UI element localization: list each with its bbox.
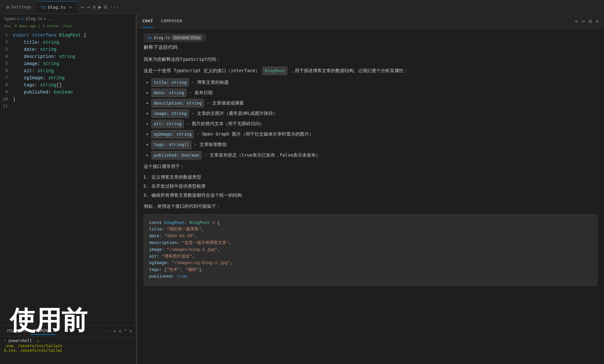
prop-alt-badge: alt: string [151,120,184,128]
tab-blog-ts-label: blog.ts [48,5,66,10]
tab-settings[interactable]: ⚙ Settings [3,1,35,13]
go-forward-icon[interactable]: → [87,4,90,10]
example-intro: 例如，使用这个接口的代码可能如下： [144,203,598,210]
breadcrumb-types[interactable]: types [4,17,16,21]
breadcrumb-ts-icon: ts [20,17,25,21]
prop-title: title: string - 博客文章的标题 [151,78,598,87]
code-line-7: 7 ogImage: string [0,74,136,82]
new-terminal-icon[interactable]: ··· [103,328,111,334]
history-icon[interactable]: ↩ [582,18,585,24]
split-view-icon[interactable]: ⊡ [104,4,107,10]
code-line-6: 6 alt: string [0,67,136,74]
file-context-badge: ts blog.ts Current File [144,34,205,42]
chat-content[interactable]: ts blog.ts Current File 解释下这段代码 我来为您解释这段… [137,28,604,364]
run-icon[interactable]: ▶ [98,4,102,10]
code-example-line-6: alt: "博客图片描述", [149,253,592,260]
code-line-10: 10 } [0,96,136,103]
breadcrumb-sep2: > [44,17,46,21]
expand-icon[interactable]: ⊡ [589,18,592,24]
prop-title-badge: title: string [151,78,189,87]
code-example-line-1: const blogPost: BlogPost = { [149,220,592,226]
tab-blog-ts[interactable]: ts blog.ts ✕ [37,1,77,13]
terminal-line-1: .vue, /assets/css/tailwin [4,344,132,348]
code-example-line-8: tags: ["技术", "编程"], [149,267,592,273]
prop-image: image: string - 文章的主图片（通常是URL或图片路径） [151,109,598,118]
response-description: 这是一个使用 TypeScript 定义的接口（interface） BlogP… [144,67,598,75]
file-badge-label: Current File [172,35,202,40]
prop-tags-desc: - 文章标签数组 [194,142,227,147]
tab-composer-label: COMPOSER [161,18,182,23]
prop-alt-desc: - 图片的替代文本（用于无障碍访问） [187,121,265,126]
prop-date-desc: - 发布日期 [189,90,213,95]
git-blame: You, 4 days ago | 1 author (You) [0,23,136,30]
expand-terminal-icon[interactable]: ^ [124,328,126,334]
close-terminal-icon[interactable]: ✕ [129,328,132,334]
tab-close-button[interactable]: ✕ [68,4,73,10]
prop-tags-badge: tags: string[] [151,140,192,149]
prop-ogimage-desc: - Open Graph 图片（用于社交媒体分享时显示的图片） [197,131,314,137]
code-line-8: 8 tags: string[] [0,82,136,89]
prop-date: date: string - 发布日期 [151,89,598,97]
code-line-4: 4 description: string [0,53,136,60]
code-line-9: 9 published: boolean [0,89,136,96]
new-chat-icon[interactable]: + [575,18,578,24]
collapse-terminal-icon[interactable]: ∨ [119,328,121,334]
breadcrumb-sep1: > [17,17,19,21]
tab-settings-label: Settings [11,5,31,9]
code-example-line-4: description: "这是一篇示例博客文章", [149,240,592,247]
response-desc-text: 这是一个使用 TypeScript 定义的接口（interface） [144,68,260,73]
ai-response: 我来为您解释这段TypeScript代码： 这是一个使用 TypeScript … [144,56,598,286]
breadcrumb-filename[interactable]: blog.ts [26,17,43,21]
split-terminal-icon[interactable]: + [113,328,116,334]
code-example-block: const blogPost: BlogPost = { title: "我的第… [144,214,598,286]
code-example-line-5: image: "/images/blog-1.jpg", [149,247,592,253]
code-example-line-9: published: true [149,273,592,280]
terminal-line-2: d.css, /assets/css/tailwi [4,348,132,353]
file-badge-filename: blog.ts [154,36,170,40]
editor-controls: ← → ⊙ ▶ ⊡ [81,4,107,10]
terminal-tab-problems[interactable]: PROBLEMS [4,327,29,335]
git-blame-text: You, 4 days ago | 1 author (You) [4,24,72,28]
usage-item-2: 在开发过程中提供类型检查 [151,182,598,190]
terminal-tab-terminal[interactable]: TERMINAL [30,327,56,335]
code-line-3: 3 date: string [0,46,136,53]
usage-item-1: 定义博客文章的数据类型 [151,173,598,181]
prop-description: description: string - 文章描述或摘要 [151,99,598,107]
breadcrumb-symbol[interactable]: ... [47,17,54,21]
code-line-5: 5 image: string [0,60,136,67]
prop-image-desc: - 文章的主图片（通常是URL或图片路径） [192,111,278,116]
tab-chat-label: CHAT [142,18,153,23]
prop-title-desc: - 博客文章的标题 [192,80,229,85]
response-desc-suffix: ，用于描述博客文章的数据结构。让我们逐个分析其属性： [290,68,408,73]
terminal-shell-indicator: ⚡ powershell ⚠ [4,338,132,343]
response-intro: 我来为您解释这段TypeScript代码： [144,56,598,63]
terminal-area: PROBLEMS TERMINAL ··· + ∨ ^ ✕ ⚡ powershe… [0,325,136,364]
split-editor-icon[interactable]: ⊙ [93,4,96,10]
file-badge-icon: ts [147,36,152,40]
prop-description-desc: - 文章描述或摘要 [207,100,244,105]
usage-list: 定义博客文章的数据类型 在开发过程中提供类型检查 确保所有博客文章数据都符合这个… [144,173,598,199]
tab-composer[interactable]: COMPOSER [161,15,182,28]
code-editor[interactable]: 1 export interface BlogPost { 2 title: s… [0,30,136,364]
prop-published-desc: - 文章发布状态（true表示已发布，false表示未发布） [204,152,320,158]
tab-chat[interactable]: CHAT [142,15,153,28]
terminal-content[interactable]: ⚡ powershell ⚠ .vue, /assets/css/tailwin… [0,336,136,364]
properties-list: title: string - 博客文章的标题 date: string - 发… [144,78,598,160]
usage-intro: 这个接口通常用于： [144,163,598,171]
prop-published: published: boolean - 文章发布状态（true表示已发布，fa… [151,151,598,160]
more-tabs-icon[interactable]: ··· [110,4,119,10]
prop-image-badge: image: string [151,109,189,118]
code-example-line-3: date: "2024-03-20", [149,233,592,240]
prop-ogimage-badge: ogImage: string [151,130,194,138]
terminal-line-2-text: d.css, /assets/css/tailwi [4,348,62,353]
go-back-icon[interactable]: ← [81,4,84,10]
ts-file-icon: ts [40,5,46,10]
prop-tags: tags: string[] - 文章标签数组 [151,140,598,149]
problems-tab-label: PROBLEMS [7,329,26,333]
settings-icon: ⚙ [6,5,9,10]
code-example-line-2: title: "我的第一篇博客", [149,226,592,233]
terminal-controls: ··· + ∨ ^ ✕ [103,328,132,334]
prop-ogimage: ogImage: string - Open Graph 图片（用于社交媒体分享… [151,130,598,138]
user-question: 解释下这段代码 [144,44,598,50]
close-chat-icon[interactable]: ✕ [596,18,599,24]
